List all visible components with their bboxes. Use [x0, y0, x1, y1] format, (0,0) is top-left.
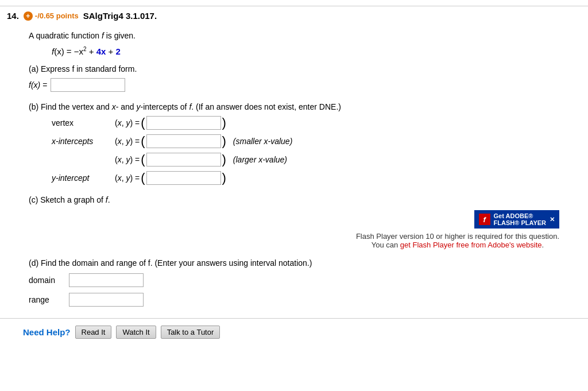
vertex-input[interactable] — [146, 116, 221, 130]
vertex-row: vertex (x, y) = ( ) — [52, 116, 565, 130]
part-b-text: (b) Find the vertex and x- and y-interce… — [29, 102, 341, 111]
points-label: -/0.65 points — [35, 11, 79, 20]
vertex-rparen: ) — [222, 117, 226, 129]
xint-label: x-intercepts — [52, 137, 115, 146]
formula-eq: (x) = −x2 + — [54, 47, 96, 56]
xint-xy-label1: (x, y) = — [115, 137, 140, 146]
question-header: 14. + -/0.65 points SAlgTrig4 3.1.017. — [0, 6, 588, 25]
points-badge: + -/0.65 points — [24, 11, 79, 21]
part-d-text: (d) Find the domain and range of f. (Ent… — [29, 258, 312, 268]
part-c-text: (c) Sketch a graph of f. — [29, 195, 110, 204]
part-b-label: (b) Find the vertex and x- and y-interce… — [29, 102, 565, 111]
question-title: SAlgTrig4 3.1.017. — [83, 11, 157, 21]
formula-blue: 4x — [96, 47, 106, 56]
formula-line: f(x) = −x2 + 4x + 2 — [52, 46, 565, 56]
intro-text: A quadratic function f is given. — [29, 31, 565, 40]
flash-text-block: Flash Player version 10 or higher is req… — [356, 232, 559, 249]
part-b-content: vertex (x, y) = ( ) x-intercepts (x, y) … — [52, 116, 565, 185]
xint-rparen2: ) — [222, 153, 226, 166]
part-c-label: (c) Sketch a graph of f. — [29, 195, 565, 204]
part-a-input-row: f(x) = — [29, 78, 565, 92]
need-help-label: Need Help? — [23, 327, 71, 337]
yint-lparen: ( — [141, 172, 145, 184]
range-input[interactable] — [69, 293, 144, 307]
yint-rparen: ) — [222, 172, 226, 184]
domain-row: domain — [29, 273, 565, 287]
watch-it-button[interactable]: Watch It — [116, 326, 156, 339]
flash-line2: FLASH® PLAYER — [494, 219, 546, 226]
page-container: 14. + -/0.65 points SAlgTrig4 3.1.017. A… — [0, 0, 588, 351]
talk-to-tutor-button[interactable]: Talk to a Tutor — [161, 326, 220, 339]
xint-larger-row: (x, y) = ( ) (larger x-value) — [52, 153, 565, 167]
range-label: range — [29, 295, 69, 304]
xint-smaller-row: x-intercepts (x, y) = ( ) (smaller x-val… — [52, 134, 565, 148]
flash-icon: f — [479, 214, 490, 225]
question-body: A quadratic function f is given. f(x) = … — [0, 25, 588, 318]
plus-icon: + — [24, 11, 33, 21]
read-it-button[interactable]: Read It — [75, 326, 112, 339]
intro-label: A quadratic function f is given. — [29, 31, 136, 40]
yint-label: y-intercept — [52, 173, 115, 183]
xint-xy-label2: (x, y) = — [115, 155, 140, 164]
xint-note1: (smaller x-value) — [233, 137, 292, 146]
flash-msg2: You can get Flash Player free from Adobe… — [356, 241, 559, 249]
part-d-label: (d) Find the domain and range of f. (Ent… — [29, 258, 565, 268]
yint-row: y-intercept (x, y) = ( ) — [52, 171, 565, 185]
vertex-label: vertex — [52, 118, 115, 127]
part-a-label: (a) Express f in standard form. — [29, 64, 565, 73]
flash-badge-text: Get ADOBE® FLASH® PLAYER — [494, 212, 546, 226]
flash-badge: f Get ADOBE® FLASH® PLAYER ✕ — [474, 210, 559, 229]
domain-input[interactable] — [69, 273, 144, 287]
xint-rparen1: ) — [222, 135, 226, 148]
need-help-section: Need Help? Read It Watch It Talk to a Tu… — [0, 318, 588, 346]
part-a-fx: f(x) = — [29, 80, 47, 90]
flash-msg1: Flash Player version 10 or higher is req… — [356, 232, 559, 241]
flash-line1: Get ADOBE® — [494, 212, 546, 219]
yint-xy-label: (x, y) = — [115, 173, 140, 183]
part-a-input[interactable] — [51, 78, 125, 92]
xint-note2: (larger x-value) — [233, 155, 287, 164]
flash-link[interactable]: get Flash Player free from Adobe's websi… — [400, 241, 542, 249]
question-number: 14. — [7, 11, 19, 21]
part-a-text: (a) Express f in standard form. — [29, 64, 137, 73]
domain-label: domain — [29, 276, 69, 285]
part-d-section: (d) Find the domain and range of f. (Ent… — [29, 258, 565, 307]
yint-input[interactable] — [146, 171, 221, 185]
vertex-lparen: ( — [141, 117, 145, 129]
range-row: range — [29, 293, 565, 307]
xint-lparen2: ( — [141, 153, 145, 166]
formula-blue2: 2 — [116, 47, 121, 56]
vertex-xy-label: (x, y) = — [115, 118, 140, 127]
xint-larger-input[interactable] — [146, 153, 221, 167]
xint-lparen1: ( — [141, 135, 145, 148]
flash-section: f Get ADOBE® FLASH® PLAYER ✕ Flash Playe… — [29, 210, 559, 249]
formula-plus2: + — [106, 47, 115, 56]
flash-close: ✕ — [550, 216, 555, 223]
xint-smaller-input[interactable] — [146, 134, 221, 148]
